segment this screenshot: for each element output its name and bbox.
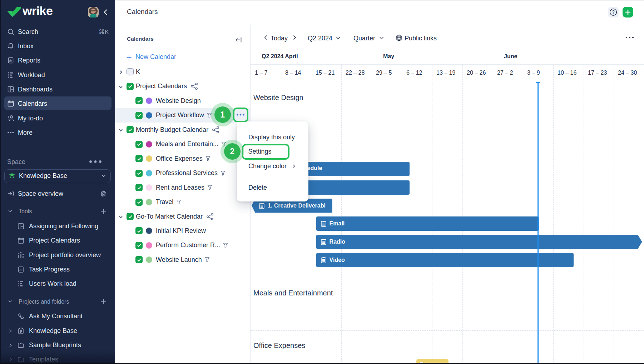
- svg-text:?: ?: [612, 10, 615, 15]
